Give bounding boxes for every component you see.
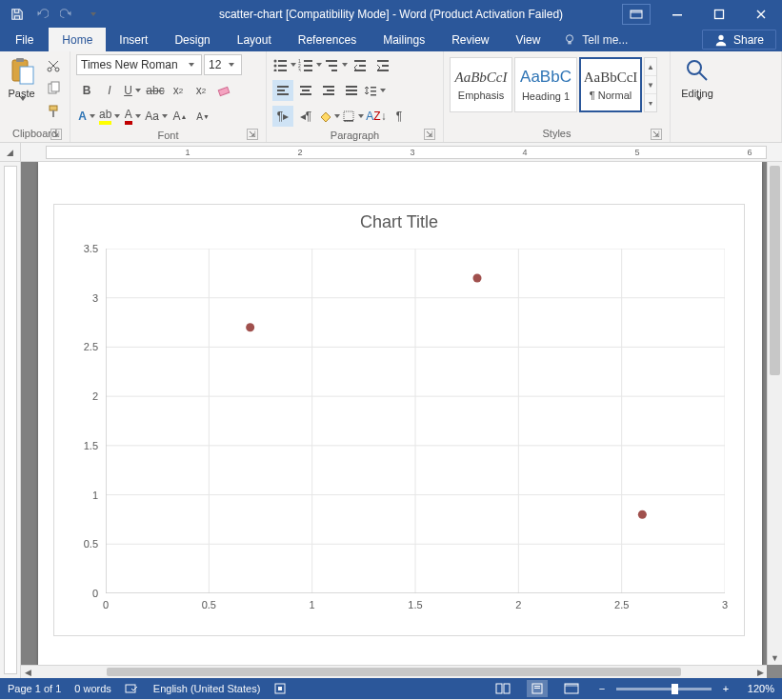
strikethrough-button[interactable]: abc xyxy=(145,80,166,101)
style-preview: AaBbC xyxy=(520,68,571,87)
read-mode-button[interactable] xyxy=(492,680,513,697)
undo-icon[interactable] xyxy=(30,3,53,26)
scrollbar-thumb[interactable] xyxy=(770,166,780,375)
tab-insert[interactable]: Insert xyxy=(106,28,161,51)
style-normal[interactable]: AaBbCcI ¶ Normal xyxy=(579,57,642,112)
copy-button[interactable] xyxy=(43,78,64,99)
scroll-right-icon[interactable]: ▶ xyxy=(753,666,767,678)
font-family-combo[interactable]: Times New Roman xyxy=(76,54,202,75)
paste-dropdown-icon[interactable] xyxy=(17,101,26,107)
align-center-button[interactable] xyxy=(295,80,316,101)
multilevel-list-button[interactable] xyxy=(324,54,348,75)
format-painter-button[interactable] xyxy=(43,101,64,122)
align-right-button[interactable] xyxy=(318,80,339,101)
editing-button[interactable]: Editing xyxy=(676,53,718,107)
redo-icon[interactable] xyxy=(55,3,78,26)
grow-font-button[interactable]: A▲ xyxy=(170,106,190,127)
shading-button[interactable] xyxy=(318,106,340,127)
decrease-indent-button[interactable] xyxy=(350,54,371,75)
change-case-button[interactable]: Aa xyxy=(145,106,168,127)
style-emphasis[interactable]: AaBbCcI Emphasis xyxy=(450,57,512,112)
document-canvas[interactable]: Chart Title 00.511.522.533.500.511.522.5… xyxy=(21,162,767,665)
close-button[interactable] xyxy=(740,0,782,28)
tab-home[interactable]: Home xyxy=(49,28,106,51)
vertical-ruler[interactable] xyxy=(0,162,21,678)
tab-file[interactable]: File xyxy=(0,28,49,51)
underline-button[interactable]: U xyxy=(122,80,143,101)
maximize-button[interactable] xyxy=(698,0,740,28)
chart-plot-area[interactable] xyxy=(106,249,725,593)
sort-button[interactable]: AZ↓ xyxy=(366,106,387,127)
svg-rect-18 xyxy=(278,60,287,62)
paste-button[interactable]: Paste xyxy=(6,53,37,107)
scroll-left-icon[interactable]: ◀ xyxy=(21,666,34,678)
text-effects-button[interactable]: A xyxy=(76,106,97,127)
print-layout-button[interactable] xyxy=(527,680,548,697)
style-heading1[interactable]: AaBbC Heading 1 xyxy=(514,57,577,112)
minimize-button[interactable] xyxy=(656,0,698,28)
superscript-button[interactable]: x2 xyxy=(190,80,211,101)
status-page[interactable]: Page 1 of 1 xyxy=(8,683,61,694)
ltr-button[interactable]: ¶▸ xyxy=(272,106,293,127)
svg-rect-31 xyxy=(331,70,337,71)
zoom-in-button[interactable]: + xyxy=(719,683,732,694)
font-color-button[interactable]: A xyxy=(122,106,143,127)
svg-rect-8 xyxy=(16,58,24,62)
tab-references[interactable]: References xyxy=(285,28,370,51)
status-word-count[interactable]: 0 words xyxy=(74,683,111,694)
web-layout-button[interactable] xyxy=(561,680,582,697)
font-dialog-launcher[interactable]: ⇲ xyxy=(247,129,258,140)
tab-layout[interactable]: Layout xyxy=(224,28,285,51)
data-point[interactable] xyxy=(246,323,254,331)
tab-view[interactable]: View xyxy=(503,28,554,51)
cut-button[interactable] xyxy=(43,55,64,76)
zoom-slider-knob[interactable] xyxy=(672,684,678,694)
tab-mailings[interactable]: Mailings xyxy=(370,28,438,51)
show-marks-button[interactable]: ¶ xyxy=(389,106,410,127)
align-left-button[interactable] xyxy=(272,80,293,101)
status-language[interactable]: English (United States) xyxy=(153,683,261,694)
rtl-button[interactable]: ◂¶ xyxy=(295,106,316,127)
scrollbar-thumb[interactable] xyxy=(107,668,681,676)
chart-object[interactable]: Chart Title 00.511.522.533.500.511.522.5… xyxy=(53,204,745,636)
zoom-slider[interactable] xyxy=(616,688,712,690)
clear-formatting-button[interactable] xyxy=(213,80,234,101)
macro-icon[interactable] xyxy=(273,682,287,695)
styles-dialog-launcher[interactable]: ⇲ xyxy=(651,129,662,140)
styles-gallery-more[interactable]: ▲ ▼ ▾ xyxy=(644,57,657,112)
vertical-scrollbar[interactable]: ▲ ▼ xyxy=(767,162,782,665)
horizontal-scrollbar[interactable]: ◀ ▶ xyxy=(21,665,767,678)
chart-title[interactable]: Chart Title xyxy=(54,212,744,232)
clipboard-dialog-launcher[interactable]: ⇲ xyxy=(50,129,62,140)
borders-button[interactable] xyxy=(342,106,364,127)
shrink-font-button[interactable]: A▼ xyxy=(192,106,213,127)
qat-customize-icon[interactable] xyxy=(80,3,103,26)
scroll-down-icon[interactable]: ▼ xyxy=(768,651,782,665)
highlight-button[interactable]: ab xyxy=(99,106,120,127)
tell-me-search[interactable]: Tell me... xyxy=(553,28,637,51)
data-point[interactable] xyxy=(638,510,647,519)
spellcheck-icon[interactable] xyxy=(125,682,140,695)
data-point[interactable] xyxy=(473,274,482,283)
save-icon[interactable] xyxy=(6,3,29,26)
zoom-level[interactable]: 120% xyxy=(740,683,774,694)
tab-review[interactable]: Review xyxy=(438,28,502,51)
italic-button[interactable]: I xyxy=(99,80,120,101)
paragraph-dialog-launcher[interactable]: ⇲ xyxy=(424,129,435,140)
subscript-button[interactable]: x2 xyxy=(168,80,189,101)
bold-button[interactable]: B xyxy=(76,80,97,101)
svg-point-6 xyxy=(718,34,723,39)
tab-design[interactable]: Design xyxy=(161,28,223,51)
justify-button[interactable] xyxy=(341,80,362,101)
ruler-corner[interactable]: ◢ xyxy=(0,143,21,162)
increase-indent-button[interactable] xyxy=(372,54,393,75)
line-spacing-button[interactable] xyxy=(364,80,386,101)
chevron-down-icon[interactable] xyxy=(693,101,702,107)
share-button[interactable]: Share xyxy=(702,30,776,50)
bullets-button[interactable] xyxy=(272,54,296,75)
zoom-out-button[interactable]: − xyxy=(595,683,609,694)
ribbon-display-options-icon[interactable] xyxy=(622,4,651,25)
horizontal-ruler[interactable]: 123456 xyxy=(21,143,782,162)
font-size-combo[interactable]: 12 xyxy=(204,54,242,75)
numbering-button[interactable]: 123 xyxy=(298,54,322,75)
